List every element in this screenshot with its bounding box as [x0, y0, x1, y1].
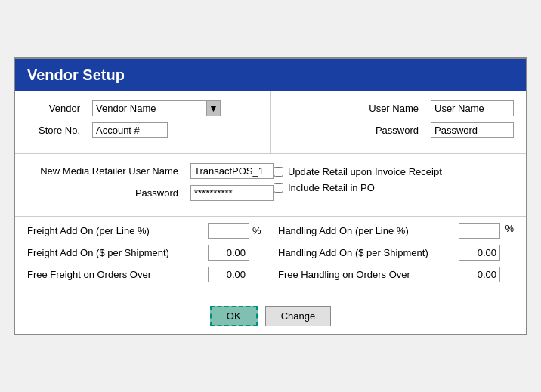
store-row: Store No. — [27, 122, 258, 138]
vendor-label: Vendor — [27, 103, 80, 114]
chevron-down-icon: ▼ — [209, 103, 218, 114]
password-input[interactable] — [431, 122, 514, 138]
vendor-row: Vendor ▼ — [27, 100, 258, 116]
free-handling-row: Free Handling on Orders Over — [278, 267, 514, 282]
top-section: Vendor ▼ Store No. User Name — [15, 91, 526, 154]
new-media-label: New Media Retailer User Name — [27, 165, 178, 177]
username-label: User Name — [369, 103, 419, 114]
free-freight-row: Free Freight on Orders Over — [27, 267, 263, 282]
middle-section: New Media Retailer User Name Password Up… — [15, 154, 526, 217]
ok-button[interactable]: OK — [210, 306, 258, 326]
username-input[interactable] — [431, 100, 514, 116]
new-media-row: New Media Retailer User Name — [27, 163, 274, 179]
free-freight-input[interactable] — [208, 267, 249, 282]
handling-pct-row: Handling Add On (per Line %) — [278, 223, 514, 239]
update-retail-row: Update Retail upon Invoice Receipt — [274, 166, 514, 177]
new-media-input[interactable] — [190, 163, 274, 179]
freight-ship-row: Freight Add On ($ per Shipment) — [27, 245, 263, 261]
handling-pct-label: Handling Add On (per Line %) — [278, 225, 459, 236]
vendor-dropdown[interactable]: ▼ — [92, 100, 221, 116]
change-button[interactable]: Change — [265, 306, 332, 326]
window-title: Vendor Setup — [27, 66, 125, 83]
middle-password-input[interactable] — [190, 185, 274, 201]
freight-ship-input[interactable] — [208, 245, 249, 261]
middle-password-row: Password — [27, 185, 274, 201]
handling-ship-row: Handling Add On ($ per Shipment) — [278, 245, 514, 261]
bottom-section: % Freight Add On (per Line %) % Freight … — [15, 217, 526, 298]
middle-left-panel: New Media Retailer User Name Password — [27, 163, 274, 207]
handling-ship-input[interactable] — [459, 245, 500, 261]
freight-pct-unit: % — [252, 225, 263, 236]
content-area: Vendor ▼ Store No. User Name — [15, 91, 526, 334]
top-left-panel: Vendor ▼ Store No. — [15, 91, 271, 153]
password-row: Password — [283, 122, 515, 138]
include-retail-row: Include Retail in PO — [274, 182, 514, 193]
free-handling-label: Free Handling on Orders Over — [278, 269, 459, 280]
username-row: User Name — [283, 100, 515, 116]
include-retail-checkbox[interactable] — [274, 183, 283, 193]
bottom-right-panel: Handling Add On (per Line %) Handling Ad… — [270, 223, 514, 289]
button-section: OK Change — [15, 298, 526, 334]
update-retail-label: Update Retail upon Invoice Receipt — [288, 166, 442, 177]
password-label: Password — [376, 125, 419, 136]
percent-header-label: % — [505, 223, 514, 234]
middle-right-panel: Update Retail upon Invoice Receipt Inclu… — [274, 163, 514, 207]
freight-ship-label: Freight Add On ($ per Shipment) — [27, 247, 208, 258]
free-handling-input[interactable] — [459, 267, 500, 282]
include-retail-label: Include Retail in PO — [288, 182, 375, 193]
handling-pct-input[interactable] — [459, 223, 500, 239]
vendor-setup-window: Vendor Setup Vendor ▼ Store No. — [14, 57, 527, 335]
freight-pct-input[interactable] — [208, 223, 249, 239]
update-retail-checkbox[interactable] — [274, 167, 283, 177]
freight-pct-label: Freight Add On (per Line %) — [27, 225, 208, 236]
middle-password-label: Password — [27, 187, 178, 199]
top-right-panel: User Name Password — [271, 91, 527, 153]
title-bar: Vendor Setup — [15, 59, 526, 91]
bottom-left-panel: Freight Add On (per Line %) % Freight Ad… — [27, 223, 270, 289]
free-freight-label: Free Freight on Orders Over — [27, 269, 208, 280]
vendor-input[interactable] — [93, 101, 206, 116]
freight-pct-row: Freight Add On (per Line %) % — [27, 223, 263, 239]
store-label: Store No. — [27, 125, 80, 136]
handling-ship-label: Handling Add On ($ per Shipment) — [278, 247, 459, 258]
vendor-dropdown-arrow[interactable]: ▼ — [206, 101, 220, 116]
store-input[interactable] — [92, 122, 168, 138]
